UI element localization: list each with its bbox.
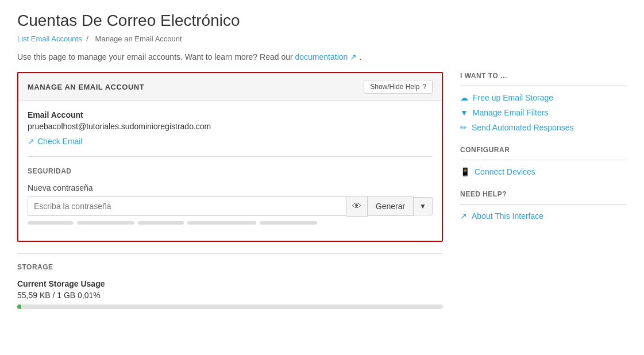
check-email-icon: ↗ — [28, 137, 34, 146]
password-strength-bars — [28, 221, 433, 225]
strength-bar-5 — [260, 221, 317, 225]
divider-1 — [28, 156, 433, 157]
filter-icon: ▼ — [460, 108, 468, 117]
show-hide-help-button[interactable]: Show/Hide Help ? — [364, 80, 433, 94]
dropdown-icon: ▼ — [419, 202, 426, 210]
storage-block: STORAGE Current Storage Usage 55,59 KB /… — [17, 253, 443, 309]
cloud-icon: ☁ — [460, 93, 468, 102]
sidebar-need-help-title: NEED HELP? — [460, 190, 627, 204]
strength-bar-4 — [187, 221, 256, 225]
sidebar-link-about-interface[interactable]: ↗ About This Interface — [460, 211, 627, 221]
question-icon: ? — [422, 83, 426, 91]
sidebar: I WANT TO ... ☁ Free up Email Storage ▼ … — [460, 72, 627, 309]
card-header-title: MANAGE AN EMAIL ACCOUNT — [28, 83, 144, 91]
phone-icon: 📱 — [460, 167, 470, 176]
sidebar-link-connect-devices[interactable]: 📱 Connect Devices — [460, 167, 627, 176]
main-column: MANAGE AN EMAIL ACCOUNT Show/Hide Help ?… — [17, 72, 443, 309]
email-account-group: Email Account pruebacolhost@tutoriales.s… — [28, 110, 433, 146]
strength-bar-2 — [77, 221, 134, 225]
sidebar-i-want-to-title: I WANT TO ... — [460, 72, 627, 86]
generate-dropdown-button[interactable]: ▼ — [414, 197, 433, 215]
sidebar-need-help: NEED HELP? ↗ About This Interface — [460, 190, 627, 221]
toggle-password-button[interactable]: 👁 — [346, 196, 368, 217]
pencil-icon: ✏ — [460, 123, 467, 132]
card-header: MANAGE AN EMAIL ACCOUNT Show/Hide Help ? — [18, 73, 442, 101]
storage-title: STORAGE — [17, 263, 443, 271]
strength-bar-3 — [138, 221, 184, 225]
documentation-link[interactable]: documentation ↗ — [295, 52, 360, 61]
sidebar-configurar: CONFIGURAR 📱 Connect Devices — [460, 146, 627, 176]
password-input[interactable] — [28, 196, 346, 216]
sidebar-configurar-title: CONFIGURAR — [460, 146, 627, 160]
check-email-link[interactable]: ↗ Check Email — [28, 137, 83, 146]
storage-bar-container — [17, 304, 443, 309]
security-title: SEGURIDAD — [28, 167, 433, 175]
breadcrumb: List Email Accounts / Manage an Email Ac… — [17, 34, 627, 43]
sidebar-link-send-automated-responses[interactable]: ✏ Send Automated Responses — [460, 123, 627, 132]
strength-bar-1 — [28, 221, 74, 225]
card-body: Email Account pruebacolhost@tutoriales.s… — [18, 101, 442, 241]
page-title: Cuentas De Correo Electrónico — [17, 11, 627, 30]
breadcrumb-link[interactable]: List Email Accounts — [17, 34, 82, 43]
breadcrumb-current: Manage an Email Account — [95, 34, 182, 43]
sidebar-link-manage-email-filters[interactable]: ▼ Manage Email Filters — [460, 108, 627, 117]
storage-section: STORAGE Current Storage Usage 55,59 KB /… — [17, 253, 443, 309]
email-account-label: Email Account — [28, 110, 433, 119]
sidebar-link-free-email-storage[interactable]: ☁ Free up Email Storage — [460, 93, 627, 102]
password-group: Nueva contraseña 👁 Generar ▼ — [28, 183, 433, 225]
eye-off-icon: 👁 — [352, 201, 361, 211]
storage-bar-fill — [17, 304, 21, 309]
generate-password-button[interactable]: Generar — [368, 196, 414, 216]
storage-usage-label: Current Storage Usage — [17, 279, 443, 288]
main-layout: MANAGE AN EMAIL ACCOUNT Show/Hide Help ?… — [17, 72, 627, 309]
storage-usage-value: 55,59 KB / 1 GB 0,01% — [17, 291, 443, 300]
password-label: Nueva contraseña — [28, 183, 433, 192]
sidebar-i-want-to: I WANT TO ... ☁ Free up Email Storage ▼ … — [460, 72, 627, 132]
intro-text: Use this page to manage your email accou… — [17, 52, 627, 61]
manage-card: MANAGE AN EMAIL ACCOUNT Show/Hide Help ?… — [17, 72, 443, 242]
email-account-value: pruebacolhost@tutoriales.sudominioregist… — [28, 122, 433, 131]
password-input-row: 👁 Generar ▼ — [28, 196, 433, 217]
info-icon: ↗ — [460, 211, 467, 221]
external-link-icon: ↗ — [350, 52, 357, 61]
